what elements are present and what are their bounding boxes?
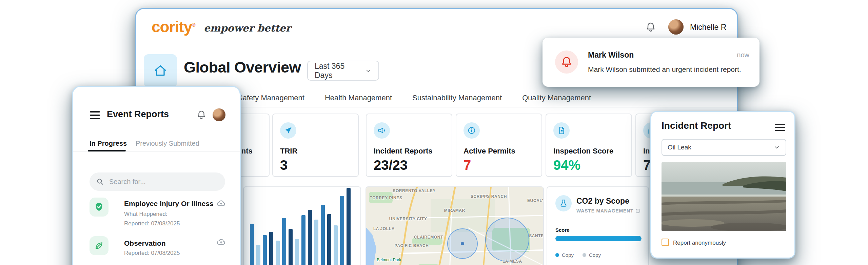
- bar: [295, 239, 299, 265]
- co2-card-subtitle: WASTE MANAGEMENT: [576, 208, 640, 213]
- incident-type-dropdown[interactable]: Oil Leak: [662, 139, 786, 156]
- score-progress-bar: [555, 236, 642, 241]
- bar: [347, 188, 351, 265]
- map-label: LA MESA: [502, 259, 522, 264]
- event-item-title[interactable]: Employee Injury Or Illness: [124, 200, 214, 208]
- home-icon: [144, 54, 177, 87]
- chevron-down-icon: [773, 144, 780, 151]
- bar: [289, 229, 293, 265]
- cority-logo: cority®: [152, 18, 195, 36]
- incident-photo[interactable]: [662, 162, 786, 231]
- user-avatar[interactable]: [668, 19, 684, 35]
- tab-health-management[interactable]: Health Management: [325, 94, 392, 102]
- tab-sustainability-management[interactable]: Sustainability Management: [412, 94, 502, 102]
- menu-icon[interactable]: [90, 111, 100, 119]
- bar: [301, 215, 305, 265]
- co2-legend: Copy Copy: [555, 252, 601, 258]
- incident-type-value: Oil Leak: [668, 144, 691, 151]
- tab-previously-submitted[interactable]: Previously Submitted: [136, 140, 199, 147]
- kpi-label: TRIR: [280, 147, 297, 156]
- dart-icon: [280, 122, 296, 139]
- kpi-value: 3: [280, 158, 288, 173]
- bar: [308, 210, 312, 265]
- map-label: Belmont Park: [377, 258, 401, 262]
- bar: [276, 241, 280, 265]
- kpi-card-trir[interactable]: TRIR 3: [272, 114, 359, 177]
- cloud-upload-icon[interactable]: [216, 199, 226, 208]
- legend-dot-muted: [583, 253, 586, 257]
- bar: [340, 196, 344, 265]
- map-label: SANTEE: [529, 233, 544, 238]
- search-input[interactable]: [90, 172, 225, 191]
- tab-in-progress[interactable]: In Progress: [90, 140, 127, 147]
- co2-card-title: CO2 by Scope: [576, 197, 629, 206]
- bar: [282, 218, 286, 265]
- shield-check-icon: [90, 198, 108, 217]
- bar: [321, 205, 325, 265]
- kpi-card-incident-reports[interactable]: Incident Reports 23/23: [366, 114, 452, 177]
- cloud-upload-icon[interactable]: [216, 237, 226, 247]
- bell-icon[interactable]: [196, 110, 206, 120]
- search-icon: [96, 178, 104, 186]
- map-label: SCRIPPS RANCH: [471, 194, 507, 199]
- brand-tagline: empower better: [204, 22, 291, 34]
- dashboard-tabs: Safety ManagementHealth ManagementSustai…: [238, 94, 591, 102]
- kpi-card-active-permits[interactable]: Active Permits 7: [456, 114, 542, 177]
- legend-dot-filled: [555, 253, 559, 257]
- date-range-value: Last 365 Days: [315, 62, 359, 80]
- bar: [250, 224, 254, 265]
- stage: cority® empower better Michelle R Global…: [0, 0, 868, 265]
- registered-mark: ®: [192, 22, 195, 28]
- bar: [263, 235, 267, 265]
- tabs-divider: [73, 151, 240, 152]
- info-icon: [463, 122, 480, 139]
- bar: [327, 214, 331, 265]
- kpi-card-inspection-score[interactable]: Inspection Score 94%: [546, 114, 632, 177]
- map-label: MIRAMAR: [444, 208, 465, 213]
- chevron-down-icon: [365, 67, 372, 75]
- legend-item: Copy: [555, 252, 574, 258]
- kpi-label: Incident Reports: [374, 147, 433, 156]
- kpi-value: 94%: [553, 158, 580, 173]
- tab-quality-management[interactable]: Quality Management: [522, 94, 591, 102]
- map-label: PACIFIC BEACH: [395, 243, 429, 248]
- event-item-line: Reported: 07/08/2025: [124, 250, 180, 257]
- info-icon: [635, 208, 640, 213]
- event-item-line: Reported: 07/08/2025: [124, 220, 180, 227]
- date-range-dropdown[interactable]: Last 365 Days: [307, 61, 379, 81]
- bar-chart-card: [243, 186, 361, 265]
- tab-safety-management[interactable]: Safety Management: [238, 94, 304, 102]
- co2-by-scope-card: CO2 by Scope WASTE MANAGEMENT Score Copy…: [547, 186, 649, 265]
- map-label: UNIVERSITY CITY: [389, 217, 427, 221]
- kpi-value: 23/23: [374, 158, 408, 173]
- alert-bell-icon: [555, 50, 578, 74]
- notification-message: Mark Wilson submitted an urgent incident…: [588, 65, 741, 74]
- kpi-value: 7: [463, 158, 471, 173]
- bell-icon[interactable]: [645, 22, 656, 33]
- megaphone-icon: [374, 122, 390, 139]
- event-item-title[interactable]: Observation: [124, 239, 166, 247]
- map-label: EUCALYPTUS HILLS: [527, 198, 544, 203]
- bar: [269, 232, 273, 265]
- incident-report-panel: Incident Report Oil Leak: [650, 111, 795, 259]
- event-reports-title: Event Reports: [107, 109, 169, 120]
- kpi-label: Inspection Score: [553, 147, 613, 156]
- map-card[interactable]: TORREY PINESSORRENTO VALLEYSCRIPPS RANCH…: [366, 186, 544, 265]
- bar: [256, 245, 260, 265]
- report-anonymously-checkbox[interactable]: [662, 239, 669, 246]
- notification-toast[interactable]: Mark Wilson now Mark Wilson submitted an…: [542, 38, 760, 87]
- map-label: TORREY PINES: [370, 196, 402, 200]
- incident-report-title: Incident Report: [662, 120, 731, 131]
- notification-time: now: [737, 51, 749, 59]
- notification-sender: Mark Wilson: [588, 50, 634, 60]
- map-labels: TORREY PINESSORRENTO VALLEYSCRIPPS RANCH…: [366, 187, 543, 265]
- page-title: Global Overview: [184, 59, 301, 76]
- score-label: Score: [555, 227, 570, 233]
- leaf-icon: [90, 236, 108, 255]
- document-icon: [553, 122, 570, 139]
- user-name[interactable]: Michelle R: [690, 23, 726, 32]
- bar: [314, 220, 318, 265]
- menu-icon[interactable]: [775, 124, 785, 131]
- user-avatar[interactable]: [212, 108, 226, 122]
- event-item-line: What Happened:: [124, 211, 167, 218]
